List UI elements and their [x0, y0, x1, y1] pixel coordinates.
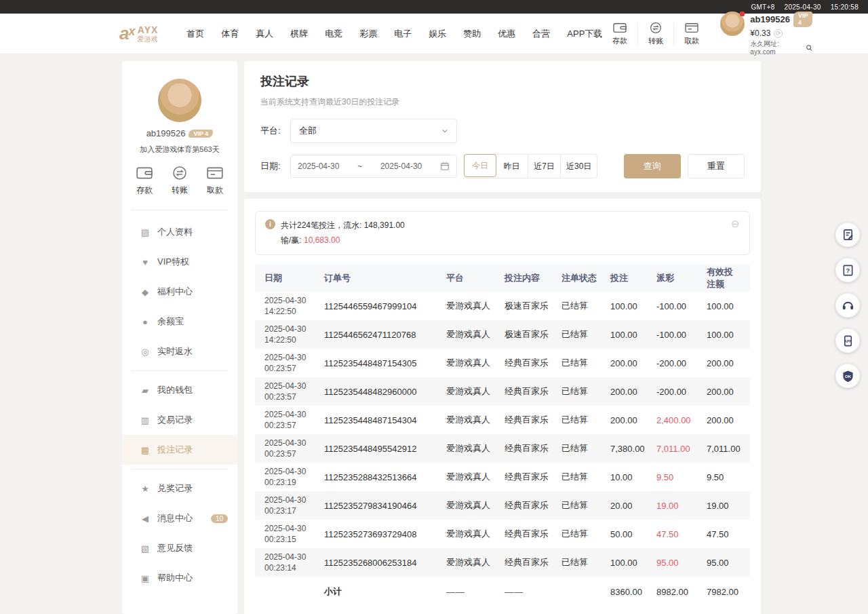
- avatar[interactable]: [158, 79, 201, 122]
- table-row[interactable]: 2025-04-3000:23:151125235273693729408爱游戏…: [255, 520, 750, 548]
- cell-platform: 爱游戏真人: [446, 556, 505, 569]
- sidebar-item-余额宝[interactable]: ●余额宝: [122, 307, 237, 337]
- range-button-近7日[interactable]: 近7日: [528, 155, 561, 178]
- avatar[interactable]: [720, 12, 745, 36]
- sidebar-item-消息中心[interactable]: ◀消息中心10: [122, 503, 237, 533]
- logo-subname: 爱游戏: [138, 36, 159, 43]
- nav-item-棋牌[interactable]: 棋牌: [290, 28, 308, 40]
- nav-item-彩票[interactable]: 彩票: [359, 28, 377, 40]
- table-row[interactable]: 2025-04-3000:23:171125235279834190464爱游戏…: [255, 491, 750, 520]
- notification-dot: [740, 12, 745, 16]
- nav-item-娱乐[interactable]: 娱乐: [429, 28, 446, 40]
- sidebar-item-个人资料[interactable]: ▤个人资料: [122, 217, 237, 247]
- sidebar-item-VIP特权[interactable]: ♥VIP特权: [122, 247, 237, 277]
- cell-valid-amount: 9.50: [707, 472, 741, 482]
- sidebar-item-实时返水[interactable]: ◎实时返水: [122, 337, 237, 366]
- nav-item-真人[interactable]: 真人: [256, 28, 273, 40]
- reset-button[interactable]: 重置: [688, 154, 745, 178]
- nav-item-电竞[interactable]: 电竞: [325, 28, 342, 40]
- header-user-area[interactable]: ab199526 VIP 4 ¥0.33 ⟳ 永久网址: ayx.com: [720, 12, 812, 56]
- cell-status: 已结算: [561, 499, 610, 512]
- membership-days-label: 加入爱游戏体育第563天: [140, 145, 219, 155]
- cell-valid-amount: 200.00: [707, 415, 741, 425]
- column-header-日期: 日期: [264, 272, 324, 284]
- search-icon[interactable]: [806, 44, 812, 52]
- sidebar-item-label: 福利中心: [157, 286, 193, 298]
- action-label: 取款: [684, 36, 699, 46]
- table-row[interactable]: 2025-04-3014:22:501125446562471120768爱游戏…: [255, 320, 750, 349]
- sidebar-action-转账[interactable]: 转账: [171, 166, 189, 196]
- prize-record-icon: ★: [140, 484, 151, 494]
- platform-select[interactable]: 全部: [290, 119, 457, 143]
- table-row[interactable]: 2025-04-3000:23:571125235448487154305爱游戏…: [255, 349, 750, 377]
- table-row[interactable]: 2025-04-3000:23:191125235288432513664爱游戏…: [255, 463, 750, 491]
- nav-item-APP下载[interactable]: APP下载: [567, 28, 602, 40]
- cell-bet-amount: 100.00: [610, 558, 656, 568]
- sidebar-action-取款[interactable]: 取款: [206, 166, 224, 196]
- nav-item-电子[interactable]: 电子: [394, 28, 412, 40]
- site-logo[interactable]: aˣ AYX 爱游戏: [119, 23, 158, 44]
- sidebar-action-存款[interactable]: 存款: [136, 166, 153, 196]
- sidebar-item-兑奖记录[interactable]: ★兑奖记录: [122, 474, 237, 503]
- nav-item-赞助[interactable]: 赞助: [463, 28, 481, 40]
- range-button-昨日[interactable]: 昨日: [496, 155, 528, 178]
- header-action-存款[interactable]: 存款: [602, 22, 637, 46]
- header-action-取款[interactable]: 取款: [674, 22, 709, 46]
- vip-badge: VIP 4: [189, 130, 213, 138]
- date-range-input[interactable]: 2025-04-30 ~ 2025-04-30: [290, 155, 457, 178]
- cell-date: 2025-04-3000:23:57: [264, 352, 324, 374]
- cell-valid-amount: 19.00: [707, 501, 741, 511]
- sidebar-item-label: 实时返水: [157, 345, 193, 358]
- main-header: aˣ AYX 爱游戏 首页体育真人棋牌电竞彩票电子娱乐赞助优惠合营APP下载 存…: [0, 14, 868, 54]
- nav-item-体育[interactable]: 体育: [221, 28, 239, 40]
- header-action-转账[interactable]: 转账: [638, 22, 673, 46]
- cell-payout: -100.00: [656, 301, 707, 311]
- cell-bet-amount: 100.00: [610, 330, 656, 340]
- table-row[interactable]: 2025-04-3014:22:501125446559467999104爱游戏…: [255, 292, 750, 320]
- floating-faq-book-icon[interactable]: ?: [835, 258, 860, 282]
- table-row[interactable]: 2025-04-3000:23:571125235448482960000爱游戏…: [255, 377, 750, 406]
- sidebar-item-我的钱包[interactable]: ▰我的钱包: [122, 375, 237, 405]
- nav-item-优惠[interactable]: 优惠: [498, 28, 515, 40]
- withdraw-card-icon: [684, 22, 699, 34]
- collapse-icon[interactable]: ⊖: [731, 218, 740, 229]
- cell-order-number: 1125235288432513664: [324, 472, 446, 482]
- sidebar-item-福利中心[interactable]: ◆福利中心: [122, 277, 237, 307]
- date-end: 2025-04-30: [380, 161, 422, 171]
- welfare-center-icon: ◆: [140, 287, 151, 297]
- floating-app-download-icon[interactable]: APP: [835, 328, 860, 353]
- nav-item-合营[interactable]: 合营: [532, 28, 550, 40]
- floating-customer-service-headset-icon[interactable]: [835, 293, 860, 318]
- sidebar-item-投注记录[interactable]: ▦投注记录: [122, 435, 237, 465]
- range-button-近30日[interactable]: 近30日: [561, 155, 597, 178]
- cell-status: 已结算: [561, 442, 610, 455]
- refresh-balance-icon[interactable]: ⟳: [774, 29, 783, 38]
- table-row[interactable]: 2025-04-3000:23:571125235448495542912爱游戏…: [255, 434, 750, 463]
- nav-item-首页[interactable]: 首页: [186, 28, 204, 40]
- cell-bet-amount: 200.00: [610, 387, 656, 397]
- transfer-arrows-icon: [171, 166, 189, 180]
- sidebar-item-意见反馈[interactable]: ▧意见反馈: [122, 533, 237, 563]
- sidebar-item-label: 帮助中心: [157, 572, 193, 584]
- floating-ok-shield-icon[interactable]: OK: [835, 364, 860, 388]
- date-separator: ~: [357, 161, 362, 171]
- table-row[interactable]: 2025-04-3000:23:571125235448487154304爱游戏…: [255, 406, 750, 434]
- subtotal-content: ——: [505, 587, 561, 597]
- help-center-icon: ▣: [140, 573, 151, 583]
- floating-survey-edit-icon[interactable]: [835, 223, 860, 247]
- column-header-派彩: 派彩: [656, 272, 707, 284]
- cell-payout: 7,011.00: [656, 444, 707, 454]
- range-button-今日[interactable]: 今日: [464, 154, 496, 177]
- cell-date: 2025-04-3000:23:17: [264, 495, 324, 516]
- cell-order-number: 1125235448495542912: [324, 444, 446, 454]
- cell-platform: 爱游戏真人: [446, 300, 505, 312]
- my-wallet-icon: ▰: [140, 385, 151, 396]
- summary-losswin-line: 输/赢: 10,683.00: [281, 233, 405, 248]
- divider: [132, 370, 228, 371]
- search-button[interactable]: 查询: [624, 154, 681, 178]
- sidebar-item-帮助中心[interactable]: ▣帮助中心: [122, 563, 237, 593]
- sidebar-item-交易记录[interactable]: ▥交易记录: [122, 405, 237, 435]
- cell-order-number: 1125235273693729408: [324, 529, 446, 539]
- table-row[interactable]: 2025-04-3000:23:141125235268006253184爱游戏…: [255, 548, 750, 577]
- username: ab199526: [750, 14, 790, 25]
